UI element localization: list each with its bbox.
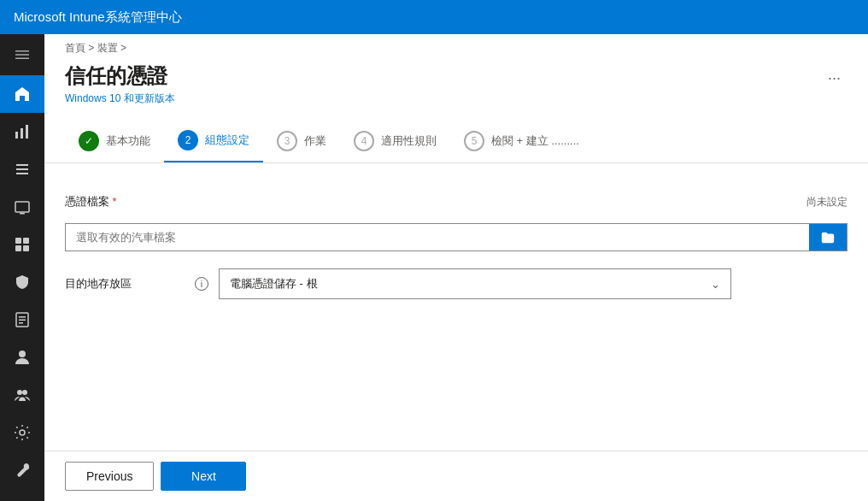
svg-rect-17 xyxy=(19,320,26,321)
step-4-applicability[interactable]: 4 適用性規則 xyxy=(340,124,450,162)
svg-rect-14 xyxy=(23,245,29,251)
svg-rect-8 xyxy=(16,173,28,174)
step-2-label: 組態設定 xyxy=(205,133,249,148)
certificate-label: 憑證檔案 * xyxy=(65,194,185,209)
step-3-circle: 3 xyxy=(277,131,297,151)
step-2-config[interactable]: 2 組態設定 xyxy=(164,123,263,162)
footer: Previous Next xyxy=(44,451,868,501)
sidebar-item-chart[interactable] xyxy=(0,113,44,150)
sidebar-item-settings[interactable] xyxy=(0,414,44,451)
sidebar-toggle[interactable] xyxy=(0,38,44,72)
step-5-label: 檢閱 + 建立 ......... xyxy=(491,133,579,149)
page-title: 信任的憑證 xyxy=(65,62,821,90)
app-title: Microsoft Intune系統管理中心 xyxy=(14,9,182,26)
svg-rect-5 xyxy=(26,125,28,139)
svg-rect-2 xyxy=(15,58,29,60)
svg-rect-11 xyxy=(15,238,21,244)
svg-rect-18 xyxy=(19,322,23,324)
step-5-circle: 5 xyxy=(464,131,484,151)
page-subtitle: Windows 10 和更新版本 xyxy=(65,91,821,106)
svg-rect-1 xyxy=(15,54,29,56)
form-content: 憑證檔案 * 尚未設定 目的地存放區 i 電 xyxy=(44,177,868,451)
file-browse-button[interactable] xyxy=(809,224,847,250)
step-1-basics[interactable]: ✓ 基本功能 xyxy=(65,124,164,162)
more-button[interactable]: ... xyxy=(821,62,847,87)
required-mark: * xyxy=(109,195,117,208)
svg-rect-16 xyxy=(19,316,26,318)
step-4-circle: 4 xyxy=(354,131,374,151)
step-1-label: 基本功能 xyxy=(106,133,150,149)
sidebar-item-reports[interactable] xyxy=(0,301,44,339)
destination-select-value: 電腦憑證儲存 - 根 xyxy=(230,276,711,292)
breadcrumb: 首頁 > 裝置 > xyxy=(44,34,868,59)
destination-select[interactable]: 電腦憑證儲存 - 根 ⌄ xyxy=(219,268,731,299)
file-input-row xyxy=(65,223,847,251)
certificate-label-row: 憑證檔案 * 尚未設定 xyxy=(65,194,847,209)
file-input[interactable] xyxy=(66,224,809,250)
svg-rect-13 xyxy=(15,245,21,251)
svg-point-22 xyxy=(20,430,25,435)
sidebar-item-security[interactable] xyxy=(0,263,44,301)
svg-rect-4 xyxy=(21,128,23,139)
previous-button[interactable]: Previous xyxy=(65,462,154,491)
content-area: 首頁 > 裝置 > 信任的憑證 Windows 10 和更新版本 ... ✓ 基… xyxy=(44,34,868,501)
svg-rect-10 xyxy=(20,213,25,215)
wizard-steps: ✓ 基本功能 2 組態設定 3 作業 4 適用性規則 5 檢閱 + 建立 ... xyxy=(44,113,868,162)
step-2-circle: 2 xyxy=(178,130,198,150)
sidebar-item-device[interactable] xyxy=(0,188,44,226)
chevron-down-icon: ⌄ xyxy=(711,278,720,291)
step-4-label: 適用性規則 xyxy=(381,133,437,149)
svg-rect-0 xyxy=(15,50,29,52)
form-status: 尚未設定 xyxy=(806,195,847,209)
svg-rect-12 xyxy=(23,238,29,244)
svg-rect-3 xyxy=(15,132,18,139)
svg-point-19 xyxy=(19,351,26,357)
svg-rect-6 xyxy=(16,164,28,166)
step-1-circle: ✓ xyxy=(79,131,99,151)
sidebar-item-home[interactable] xyxy=(0,75,44,113)
svg-rect-7 xyxy=(16,168,28,170)
sidebar-item-users[interactable] xyxy=(0,339,44,376)
sidebar-item-list[interactable] xyxy=(0,150,44,188)
sidebar-item-tools[interactable] xyxy=(0,451,44,489)
sidebar-item-groups[interactable] xyxy=(0,376,44,414)
top-bar: Microsoft Intune系統管理中心 xyxy=(0,0,868,34)
folder-icon xyxy=(820,230,836,245)
next-button[interactable]: Next xyxy=(161,462,246,491)
step-5-review[interactable]: 5 檢閱 + 建立 ......... xyxy=(450,124,593,162)
sidebar-item-apps[interactable] xyxy=(0,226,44,263)
step-3-label: 作業 xyxy=(304,133,326,149)
svg-point-20 xyxy=(17,390,22,395)
step-3-tasks[interactable]: 3 作業 xyxy=(263,124,340,162)
destination-row: 目的地存放區 i 電腦憑證儲存 - 根 ⌄ xyxy=(65,268,847,299)
sidebar xyxy=(0,34,44,501)
info-icon[interactable]: i xyxy=(195,277,208,291)
breadcrumb-text: 首頁 > 裝置 > xyxy=(65,42,126,54)
svg-rect-9 xyxy=(15,202,29,212)
wizard-divider xyxy=(44,162,868,163)
page-header: 信任的憑證 Windows 10 和更新版本 ... xyxy=(44,59,868,113)
destination-label: 目的地存放區 xyxy=(65,276,185,292)
svg-point-21 xyxy=(22,390,27,395)
